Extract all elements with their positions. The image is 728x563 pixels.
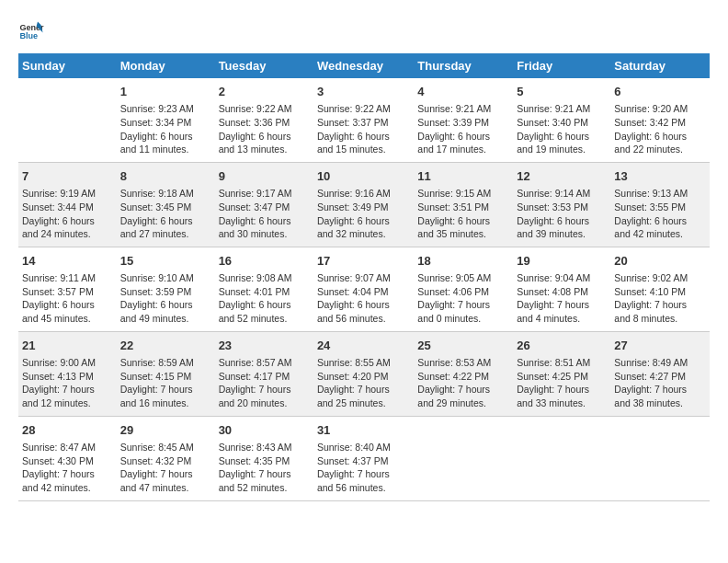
cell-line: Daylight: 6 hours [614, 214, 706, 228]
logo: General Blue [18, 18, 44, 44]
calendar-cell: 19Sunrise: 9:04 AMSunset: 4:08 PMDayligh… [513, 247, 610, 331]
cell-line: and 42 minutes. [22, 481, 113, 495]
cell-line: Sunset: 4:32 PM [120, 454, 211, 468]
cell-line: Sunrise: 9:16 AM [317, 187, 410, 201]
calendar-cell: 12Sunrise: 9:14 AMSunset: 3:53 PMDayligh… [513, 162, 610, 247]
day-number: 5 [517, 84, 607, 100]
cell-line: and 19 minutes. [517, 143, 607, 156]
calendar-cell: 3Sunrise: 9:22 AMSunset: 3:37 PMDaylight… [313, 78, 414, 162]
calendar-cell [18, 78, 117, 162]
day-number: 20 [614, 253, 706, 270]
week-row-4: 21Sunrise: 9:00 AMSunset: 4:13 PMDayligh… [18, 331, 710, 416]
calendar-cell: 4Sunrise: 9:21 AMSunset: 3:39 PMDaylight… [414, 78, 513, 162]
cell-line: Sunrise: 8:49 AM [614, 356, 706, 370]
column-header-wednesday: Wednesday [313, 53, 414, 78]
calendar-cell: 26Sunrise: 8:51 AMSunset: 4:25 PMDayligh… [513, 331, 610, 416]
cell-line: and 29 minutes. [417, 396, 509, 410]
cell-line: Daylight: 6 hours [317, 298, 410, 312]
cell-line: Daylight: 7 hours [219, 467, 310, 481]
cell-line: Daylight: 7 hours [219, 383, 310, 396]
day-number: 22 [120, 338, 211, 354]
cell-line: Sunrise: 9:17 AM [219, 187, 310, 201]
cell-line: Daylight: 7 hours [120, 467, 211, 481]
cell-line: Sunrise: 8:47 AM [22, 441, 113, 454]
cell-line: Daylight: 6 hours [417, 214, 509, 228]
column-header-saturday: Saturday [610, 53, 710, 78]
day-number: 9 [219, 168, 310, 185]
cell-line: Sunset: 3:45 PM [120, 201, 211, 214]
calendar-cell: 2Sunrise: 9:22 AMSunset: 3:36 PMDaylight… [215, 78, 313, 162]
day-number: 7 [22, 168, 113, 185]
calendar-cell [610, 416, 710, 500]
cell-line: and 56 minutes. [317, 481, 410, 495]
cell-line: Sunrise: 9:20 AM [614, 102, 706, 116]
calendar-cell: 5Sunrise: 9:21 AMSunset: 3:40 PMDaylight… [513, 78, 610, 162]
cell-line: Sunrise: 9:05 AM [417, 271, 509, 285]
day-number: 15 [120, 253, 211, 270]
cell-line: Daylight: 7 hours [22, 467, 113, 481]
cell-line: Daylight: 6 hours [22, 214, 113, 228]
day-number: 26 [517, 338, 607, 354]
cell-line: and 47 minutes. [120, 481, 211, 495]
day-number: 6 [614, 84, 706, 100]
day-number: 3 [317, 84, 410, 100]
cell-line: Daylight: 6 hours [22, 298, 113, 312]
cell-line: and 32 minutes. [317, 227, 410, 241]
cell-line: Sunrise: 9:11 AM [22, 271, 113, 285]
cell-line: Sunset: 4:06 PM [417, 285, 509, 299]
column-header-monday: Monday [117, 53, 215, 78]
cell-line: and 27 minutes. [120, 227, 211, 241]
cell-line: Sunrise: 9:14 AM [517, 187, 607, 201]
cell-line: Sunset: 4:04 PM [317, 285, 410, 299]
cell-line: Daylight: 7 hours [517, 383, 607, 396]
cell-line: Sunrise: 8:40 AM [317, 441, 410, 454]
cell-line: Sunrise: 9:10 AM [120, 271, 211, 285]
cell-line: and 24 minutes. [22, 227, 113, 241]
day-number: 21 [22, 338, 113, 354]
cell-line: Sunrise: 8:43 AM [219, 441, 310, 454]
cell-line: Sunrise: 8:57 AM [219, 356, 310, 370]
cell-line: Daylight: 6 hours [417, 130, 509, 144]
calendar-cell: 24Sunrise: 8:55 AMSunset: 4:20 PMDayligh… [313, 331, 414, 416]
day-number: 12 [517, 168, 607, 185]
day-number: 2 [219, 84, 310, 100]
day-number: 30 [219, 422, 310, 439]
cell-line: and 33 minutes. [517, 396, 607, 410]
cell-line: Sunset: 3:47 PM [219, 201, 310, 214]
day-number: 8 [120, 168, 211, 185]
cell-line: Sunset: 4:27 PM [614, 370, 706, 384]
cell-line: and 0 minutes. [417, 312, 509, 326]
calendar-cell: 18Sunrise: 9:05 AMSunset: 4:06 PMDayligh… [414, 247, 513, 331]
cell-line: Sunset: 4:15 PM [120, 370, 211, 384]
calendar-header-row: SundayMondayTuesdayWednesdayThursdayFrid… [18, 53, 710, 78]
day-number: 27 [614, 338, 706, 354]
cell-line: Sunrise: 9:19 AM [22, 187, 113, 201]
calendar-cell: 29Sunrise: 8:45 AMSunset: 4:32 PMDayligh… [117, 416, 215, 500]
cell-line: Daylight: 6 hours [219, 214, 310, 228]
cell-line: and 42 minutes. [614, 227, 706, 241]
day-number: 1 [120, 84, 211, 100]
cell-line: Daylight: 7 hours [317, 467, 410, 481]
calendar-cell: 21Sunrise: 9:00 AMSunset: 4:13 PMDayligh… [18, 331, 117, 416]
calendar-cell: 31Sunrise: 8:40 AMSunset: 4:37 PMDayligh… [313, 416, 414, 500]
calendar-cell: 10Sunrise: 9:16 AMSunset: 3:49 PMDayligh… [313, 162, 414, 247]
cell-line: Daylight: 6 hours [614, 130, 706, 144]
cell-line: and 38 minutes. [614, 396, 706, 410]
day-number: 18 [417, 253, 509, 270]
cell-line: Sunset: 4:17 PM [219, 370, 310, 384]
calendar-cell: 14Sunrise: 9:11 AMSunset: 3:57 PMDayligh… [18, 247, 117, 331]
cell-line: and 15 minutes. [317, 143, 410, 156]
cell-line: Sunrise: 9:07 AM [317, 271, 410, 285]
cell-line: Daylight: 7 hours [614, 298, 706, 312]
day-number: 14 [22, 253, 113, 270]
cell-line: Sunrise: 9:00 AM [22, 356, 113, 370]
cell-line: Sunrise: 8:55 AM [317, 356, 410, 370]
cell-line: Daylight: 6 hours [219, 298, 310, 312]
cell-line: Sunset: 3:39 PM [417, 116, 509, 130]
column-header-tuesday: Tuesday [215, 53, 313, 78]
calendar-cell: 7Sunrise: 9:19 AMSunset: 3:44 PMDaylight… [18, 162, 117, 247]
column-header-thursday: Thursday [414, 53, 513, 78]
calendar-table: SundayMondayTuesdayWednesdayThursdayFrid… [18, 53, 710, 501]
cell-line: Sunrise: 9:13 AM [614, 187, 706, 201]
cell-line: Sunset: 4:01 PM [219, 285, 310, 299]
